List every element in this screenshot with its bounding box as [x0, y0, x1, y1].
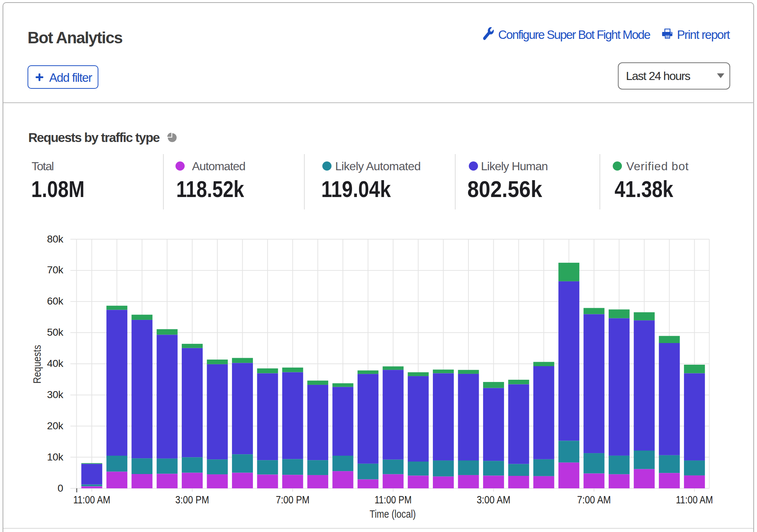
svg-text:Requests: Requests [31, 345, 43, 384]
svg-text:11:00 AM: 11:00 AM [676, 494, 713, 506]
svg-text:7:00 AM: 7:00 AM [577, 494, 611, 506]
svg-text:Time (local): Time (local) [370, 508, 416, 520]
svg-text:3:00 PM: 3:00 PM [175, 494, 209, 506]
svg-text:80k: 80k [47, 233, 64, 245]
svg-text:11:00 AM: 11:00 AM [73, 494, 111, 506]
svg-text:60k: 60k [47, 295, 64, 307]
svg-text:3:00 AM: 3:00 AM [477, 494, 510, 506]
svg-text:50k: 50k [47, 327, 64, 338]
svg-text:10k: 10k [47, 451, 64, 463]
svg-text:70k: 70k [47, 264, 64, 276]
svg-text:7:00 PM: 7:00 PM [276, 494, 309, 506]
svg-text:30k: 30k [47, 389, 64, 400]
svg-text:0: 0 [58, 482, 63, 494]
svg-text:11:00 PM: 11:00 PM [374, 494, 412, 506]
svg-text:20k: 20k [47, 420, 64, 431]
svg-text:40k: 40k [47, 358, 64, 369]
